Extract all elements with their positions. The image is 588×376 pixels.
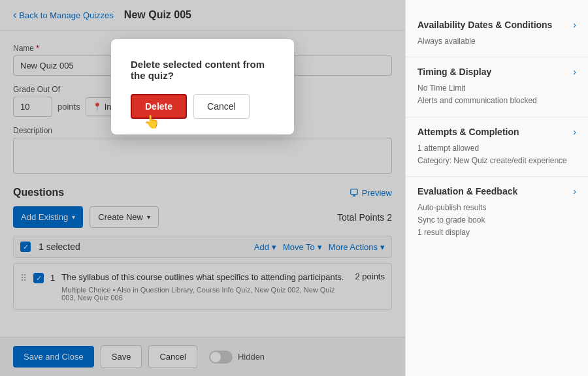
delete-modal: Delete selected content from the quiz? D… (111, 39, 294, 134)
availability-info: Always available (417, 35, 576, 48)
sidebar-evaluation: Evaluation & Feedback › Auto-publish res… (406, 177, 588, 249)
modal-buttons: Delete 👆 Cancel (131, 94, 274, 119)
sidebar-availability: Availability Dates & Conditions › Always… (406, 10, 588, 57)
evaluation-title: Evaluation & Feedback (417, 186, 517, 196)
modal-title: Delete selected content from the quiz? (131, 59, 274, 81)
availability-chevron-icon[interactable]: › (573, 20, 576, 30)
left-panel: Back to Manage Quizzes New Quiz 005 Name… (0, 0, 405, 376)
timing-title: Timing & Display (417, 67, 491, 77)
attempts-info: 1 attempt allowedCategory: New Quiz crea… (417, 142, 576, 167)
timing-info: No Time LimitAlerts and communication bl… (417, 82, 576, 107)
attempts-chevron-icon[interactable]: › (573, 127, 576, 137)
sidebar-attempts: Attempts & Completion › 1 attempt allowe… (406, 118, 588, 177)
modal-overlay: Delete selected content from the quiz? D… (0, 0, 405, 376)
main-container: Back to Manage Quizzes New Quiz 005 Name… (0, 0, 588, 376)
evaluation-chevron-icon[interactable]: › (573, 186, 576, 196)
attempts-title: Attempts & Completion (417, 127, 519, 137)
timing-chevron-icon[interactable]: › (573, 67, 576, 77)
availability-title: Availability Dates & Conditions (417, 20, 552, 30)
sidebar-timing: Timing & Display › No Time LimitAlerts a… (406, 57, 588, 117)
evaluation-info: Auto-publish resultsSync to grade book1 … (417, 202, 576, 240)
cursor-icon: 👆 (144, 114, 160, 129)
right-panel: Availability Dates & Conditions › Always… (405, 0, 588, 376)
modal-delete-button[interactable]: Delete 👆 (131, 94, 187, 119)
modal-cancel-button[interactable]: Cancel (193, 94, 250, 119)
